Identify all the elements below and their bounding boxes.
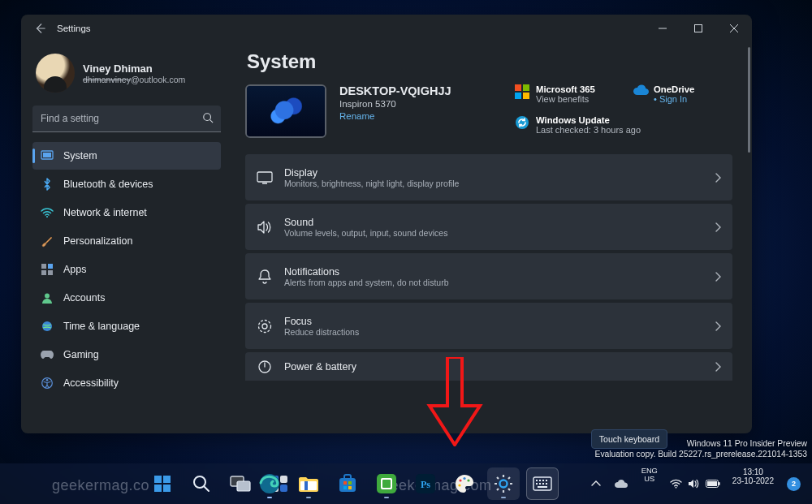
svg-rect-53 bbox=[539, 480, 541, 481]
scrollbar[interactable] bbox=[748, 47, 750, 153]
app-camtasia[interactable] bbox=[370, 467, 403, 500]
svg-rect-22 bbox=[154, 476, 162, 483]
svg-point-61 bbox=[675, 487, 676, 489]
battery-icon bbox=[706, 480, 720, 488]
app-store[interactable] bbox=[331, 467, 364, 500]
search-icon bbox=[202, 112, 214, 123]
tray-clock[interactable]: 13:1023-10-2022 bbox=[729, 467, 777, 500]
row-notifications[interactable]: NotificationsAlerts from apps and system… bbox=[245, 253, 732, 299]
start-button[interactable] bbox=[146, 467, 179, 500]
bell-icon bbox=[257, 269, 273, 284]
card-windows-update[interactable]: Windows UpdateLast checked: 3 hours ago bbox=[515, 115, 734, 138]
page-title: System bbox=[247, 50, 747, 73]
onedrive-signin-link[interactable]: • Sign In bbox=[654, 94, 694, 104]
sidebar-item-accounts[interactable]: Accounts bbox=[32, 284, 221, 312]
back-button[interactable] bbox=[28, 16, 52, 41]
chevron-right-icon bbox=[715, 222, 721, 232]
svg-rect-59 bbox=[546, 483, 547, 485]
task-view[interactable] bbox=[224, 467, 257, 500]
sidebar-item-system[interactable]: System bbox=[32, 142, 221, 170]
app-explorer[interactable] bbox=[292, 467, 325, 500]
svg-rect-63 bbox=[707, 481, 717, 486]
accessibility-icon bbox=[41, 377, 54, 390]
row-focus[interactable]: FocusReduce distractions bbox=[245, 303, 732, 349]
brush-icon bbox=[41, 235, 54, 248]
sidebar-item-time[interactable]: Time & language bbox=[32, 312, 221, 340]
sidebar-item-network[interactable]: Network & internet bbox=[32, 199, 221, 226]
desktop: Settings Viney Dhiman dhimanviney@outloo… bbox=[0, 0, 812, 504]
svg-point-50 bbox=[500, 480, 508, 488]
titlebar: Settings bbox=[21, 15, 752, 42]
app-edge[interactable] bbox=[253, 467, 286, 500]
svg-rect-38 bbox=[348, 481, 352, 485]
svg-rect-25 bbox=[163, 485, 171, 492]
taskbar-search[interactable] bbox=[185, 467, 218, 500]
sidebar-item-apps[interactable]: Apps bbox=[32, 256, 221, 283]
sidebar-item-personalization[interactable]: Personalization bbox=[32, 227, 221, 255]
display-icon bbox=[257, 171, 273, 184]
sidebar-item-label: Gaming bbox=[63, 349, 99, 360]
svg-rect-54 bbox=[542, 480, 544, 481]
sidebar-item-accessibility[interactable]: Accessibility bbox=[32, 369, 221, 397]
row-sound[interactable]: SoundVolume levels, output, input, sound… bbox=[245, 204, 732, 250]
apps-icon bbox=[41, 263, 54, 276]
rename-link[interactable]: Rename bbox=[339, 111, 502, 121]
system-tray: ENGUS 13:1023-10-2022 2 bbox=[588, 467, 812, 500]
tray-notifications[interactable]: 2 bbox=[784, 467, 804, 500]
nav: System Bluetooth & devices Network & int… bbox=[32, 142, 221, 397]
settings-window: Settings Viney Dhiman dhimanviney@outloo… bbox=[21, 15, 752, 433]
app-settings[interactable] bbox=[487, 467, 520, 500]
touch-keyboard-button[interactable] bbox=[526, 467, 559, 500]
search-input[interactable] bbox=[32, 106, 221, 131]
svg-rect-0 bbox=[695, 25, 702, 32]
svg-rect-7 bbox=[41, 270, 46, 275]
bluetooth-icon bbox=[41, 178, 54, 191]
close-button[interactable] bbox=[716, 15, 752, 41]
globe-icon bbox=[41, 320, 54, 333]
sidebar: Viney Dhiman dhimanviney@outlook.com bbox=[21, 42, 232, 433]
row-power[interactable]: Power & battery bbox=[245, 352, 732, 381]
avatar bbox=[36, 54, 75, 93]
svg-point-12 bbox=[46, 379, 49, 381]
chevron-right-icon bbox=[715, 321, 721, 331]
tray-quick-settings[interactable] bbox=[667, 467, 723, 500]
profile-card[interactable]: Viney Dhiman dhimanviney@outlook.com bbox=[32, 49, 221, 104]
svg-rect-64 bbox=[719, 482, 720, 485]
power-icon bbox=[257, 360, 273, 374]
svg-rect-43 bbox=[382, 480, 391, 488]
minimize-button[interactable] bbox=[645, 15, 680, 41]
notification-badge: 2 bbox=[787, 477, 801, 491]
svg-rect-36 bbox=[339, 478, 356, 492]
svg-rect-56 bbox=[536, 483, 538, 485]
maximize-button[interactable] bbox=[680, 15, 716, 41]
sidebar-item-label: Accounts bbox=[63, 292, 105, 304]
svg-rect-6 bbox=[48, 264, 53, 269]
card-m365[interactable]: Microsoft 365View benefits bbox=[515, 84, 616, 107]
device-preview[interactable] bbox=[245, 84, 326, 138]
app-photoshop[interactable]: Ps bbox=[409, 467, 442, 500]
device-name: DESKTOP-VQIGHJJ bbox=[339, 84, 502, 97]
svg-rect-34 bbox=[300, 481, 317, 490]
row-display[interactable]: DisplayMonitors, brightness, night light… bbox=[245, 154, 732, 200]
tray-overflow[interactable] bbox=[588, 467, 604, 500]
sidebar-item-gaming[interactable]: Gaming bbox=[32, 341, 221, 368]
app-paint[interactable] bbox=[448, 467, 481, 500]
wifi-icon bbox=[670, 479, 682, 489]
svg-rect-8 bbox=[48, 270, 53, 275]
svg-point-46 bbox=[459, 479, 461, 481]
sidebar-item-label: Personalization bbox=[63, 235, 132, 247]
content: System DESKTOP-VQIGHJJ Inspiron 5370 Ren… bbox=[232, 42, 752, 433]
svg-rect-40 bbox=[348, 486, 352, 489]
svg-point-48 bbox=[467, 479, 469, 481]
sidebar-item-bluetooth[interactable]: Bluetooth & devices bbox=[32, 170, 221, 198]
card-onedrive[interactable]: OneDrive• Sign In bbox=[633, 84, 734, 107]
device-model: Inspiron 5370 bbox=[339, 99, 502, 109]
svg-rect-13 bbox=[515, 84, 521, 91]
svg-rect-18 bbox=[257, 172, 272, 182]
tray-onedrive[interactable] bbox=[611, 467, 632, 500]
update-icon bbox=[515, 115, 529, 130]
tray-language[interactable]: ENGUS bbox=[638, 467, 661, 500]
svg-rect-28 bbox=[237, 481, 250, 491]
svg-rect-14 bbox=[523, 84, 529, 91]
svg-point-10 bbox=[42, 321, 52, 331]
